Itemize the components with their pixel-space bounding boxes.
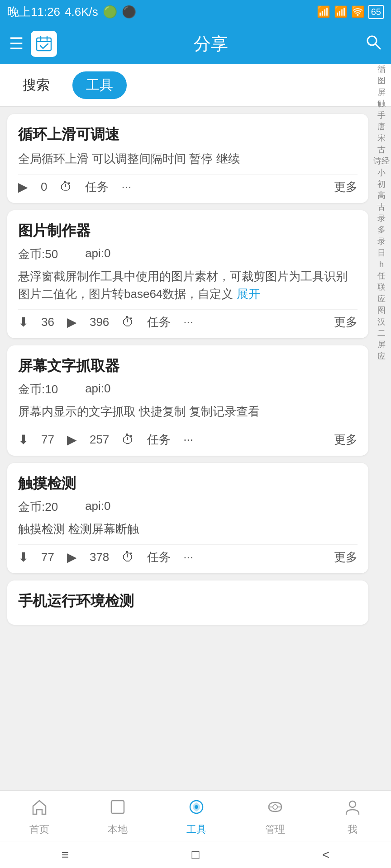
sys-home-btn[interactable]: □: [192, 848, 200, 862]
play-icon-2: ▶: [67, 315, 77, 330]
index-任[interactable]: 任: [377, 271, 386, 281]
card-4-timer-btn[interactable]: ⏱: [122, 550, 134, 565]
index-高[interactable]: 高: [377, 190, 386, 201]
index-诗经[interactable]: 诗经: [373, 156, 390, 166]
index-录2[interactable]: 录: [377, 236, 386, 247]
card-3-more-dots[interactable]: ···: [183, 433, 193, 447]
card-4-title: 触摸检测: [18, 474, 358, 494]
status-bar: 晚上11:26 4.6K/s 🟢 ⚫ 📶 📶 🛜 65: [0, 0, 391, 24]
index-触[interactable]: 触: [377, 99, 386, 109]
card-2-desc: 悬浮窗截屏制作工具中使用的图片素材，可裁剪图片为工具识别图片二值化，图片转bas…: [18, 268, 358, 303]
nav-local-label: 本地: [108, 823, 128, 836]
search-icon[interactable]: [365, 33, 382, 55]
nav-me[interactable]: 我: [343, 798, 362, 836]
nav-home[interactable]: 首页: [29, 798, 49, 836]
nav-manage[interactable]: 管理: [265, 798, 285, 836]
svg-point-9: [273, 805, 277, 809]
index-循[interactable]: 循: [377, 64, 386, 75]
index-应2[interactable]: 应: [377, 351, 386, 362]
tab-tools[interactable]: 工具: [72, 71, 127, 99]
timer-icon-4: ⏱: [122, 550, 134, 565]
svg-rect-6: [111, 801, 124, 813]
status-emoji1: 🟢: [103, 5, 117, 19]
card-手机运行环境检测: 手机运行环境检测: [7, 580, 368, 625]
card-3-api: api:0: [85, 382, 110, 397]
card-4-more-dots[interactable]: ···: [183, 550, 193, 564]
card-4-play-btn[interactable]: ▶: [67, 550, 77, 565]
tools-icon: [187, 798, 205, 820]
card-3-download-btn[interactable]: ⬇: [18, 432, 29, 447]
card-4-play-count: 378: [90, 550, 109, 564]
card-1-more-dots[interactable]: ···: [121, 180, 131, 194]
index-汉[interactable]: 汉: [377, 317, 386, 327]
index-二[interactable]: 二: [377, 328, 386, 339]
home-icon: [30, 798, 48, 820]
index-图2[interactable]: 图: [377, 305, 386, 316]
top-bar: ☰ 分享: [0, 24, 391, 64]
nav-local[interactable]: 本地: [108, 798, 128, 836]
svg-rect-0: [37, 38, 51, 51]
card-3-timer-btn[interactable]: ⏱: [122, 432, 134, 447]
card-2-actions: ⬇ 36 ▶ 396 ⏱ 任务 ··· 更多: [18, 309, 358, 330]
calendar-icon[interactable]: [31, 31, 57, 57]
timer-icon: ⏱: [60, 179, 72, 194]
card-2-timer-btn[interactable]: ⏱: [122, 315, 134, 330]
index-录[interactable]: 录: [377, 213, 386, 224]
sys-menu-btn[interactable]: ≡: [62, 848, 69, 862]
card-4-desc: 触摸检测 检测屏幕断触: [18, 520, 358, 538]
status-speed: 4.6K/s: [65, 5, 98, 19]
index-手[interactable]: 手: [377, 110, 386, 121]
card-4-coins: 金币:20: [18, 499, 58, 515]
card-4-download-btn[interactable]: ⬇: [18, 550, 29, 565]
card-1-play-btn[interactable]: ▶: [18, 179, 28, 194]
index-日[interactable]: 日: [377, 248, 386, 258]
index-小[interactable]: 小: [377, 168, 386, 178]
download-icon-4: ⬇: [18, 550, 29, 565]
manage-icon: [266, 798, 284, 820]
card-2-expand[interactable]: 展开: [237, 287, 260, 301]
index-h[interactable]: h: [379, 259, 384, 270]
nav-manage-label: 管理: [265, 823, 285, 836]
index-应[interactable]: 应: [377, 294, 386, 304]
card-1-task[interactable]: 任务: [85, 179, 109, 195]
card-1-timer-btn[interactable]: ⏱: [60, 179, 72, 194]
card-4-api: api:0: [85, 499, 110, 515]
card-1-title: 循环上滑可调速: [18, 125, 358, 145]
index-联[interactable]: 联: [377, 282, 386, 292]
index-屏2[interactable]: 屏: [377, 340, 386, 350]
index-图[interactable]: 图: [377, 75, 386, 86]
card-2-play-count: 396: [90, 315, 109, 329]
index-唐[interactable]: 唐: [377, 122, 386, 132]
nav-tools[interactable]: 工具: [186, 798, 206, 836]
status-time: 晚上11:26: [7, 4, 60, 20]
card-2-task[interactable]: 任务: [147, 314, 171, 330]
sys-back-btn[interactable]: <: [322, 848, 329, 862]
card-4-more[interactable]: 更多: [334, 549, 358, 565]
card-循环上滑可调速: 循环上滑可调速 全局循环上滑 可以调整间隔时间 暂停 继续 ▶ 0 ⏱ 任务 ·…: [7, 114, 368, 203]
tab-search[interactable]: 搜索: [9, 71, 63, 99]
index-宋[interactable]: 宋: [377, 133, 386, 143]
svg-line-5: [375, 44, 380, 49]
card-2-play-btn[interactable]: ▶: [67, 315, 77, 330]
card-2-download-btn[interactable]: ⬇: [18, 315, 29, 330]
index-多[interactable]: 多: [377, 225, 386, 235]
index-初[interactable]: 初: [377, 179, 386, 189]
index-古[interactable]: 古: [377, 145, 386, 155]
tab-bar: 搜索 工具: [0, 64, 391, 107]
card-3-task[interactable]: 任务: [147, 432, 171, 448]
hamburger-icon[interactable]: ☰: [9, 34, 24, 53]
card-4-task[interactable]: 任务: [147, 549, 171, 565]
card-3-more[interactable]: 更多: [334, 432, 358, 448]
card-4-meta: 金币:20 api:0: [18, 499, 358, 515]
card-2-more-dots[interactable]: ···: [183, 315, 193, 329]
card-3-play-btn[interactable]: ▶: [67, 432, 77, 447]
timer-icon-2: ⏱: [122, 315, 134, 330]
index-古2[interactable]: 古: [377, 202, 386, 212]
timer-icon-3: ⏱: [122, 432, 134, 447]
content-area: 循环上滑可调速 全局循环上滑 可以调整间隔时间 暂停 继续 ▶ 0 ⏱ 任务 ·…: [0, 107, 391, 722]
nav-me-label: 我: [348, 823, 358, 836]
card-2-more[interactable]: 更多: [334, 314, 358, 330]
card-1-more[interactable]: 更多: [334, 179, 358, 195]
index-屏[interactable]: 屏: [377, 87, 386, 98]
card-2-meta: 金币:50 api:0: [18, 246, 358, 262]
